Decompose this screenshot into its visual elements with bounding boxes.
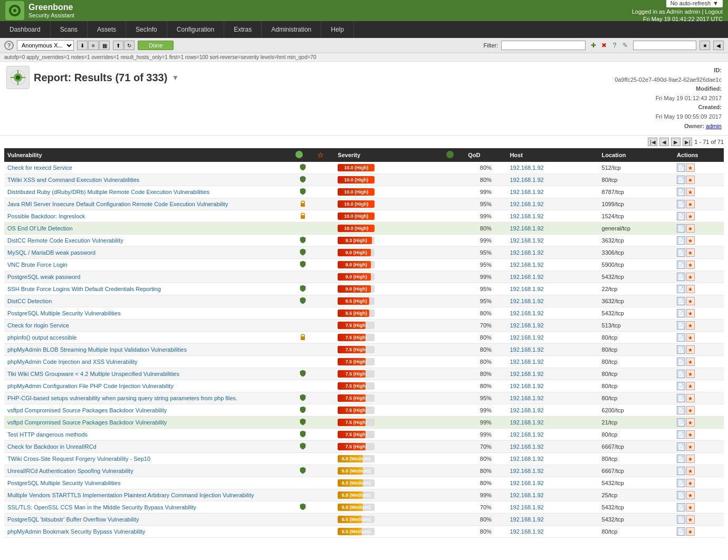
action-details-btn[interactable]: 📄 <box>677 224 685 233</box>
action-override-btn[interactable]: ★ <box>686 224 695 233</box>
action-override-btn[interactable]: ★ <box>686 491 695 499</box>
done-button[interactable]: Done <box>138 41 174 50</box>
nav-extras[interactable]: Extras <box>224 21 262 38</box>
star-icon[interactable]: ★ <box>700 41 710 50</box>
action-override-btn[interactable]: ★ <box>686 236 695 245</box>
host-link[interactable]: 192.168.1.92 <box>510 286 543 292</box>
vuln-link[interactable]: VNC Brute Force Login <box>7 262 68 268</box>
host-link[interactable]: 192.168.1.92 <box>510 213 543 219</box>
action-override-btn[interactable]: ★ <box>686 406 695 414</box>
refresh-selector[interactable]: No auto-refresh ▼ <box>666 0 723 7</box>
action-override-btn[interactable]: ★ <box>686 163 695 172</box>
filter-edit-icon[interactable]: ✎ <box>620 41 630 50</box>
action-override-btn[interactable]: ★ <box>686 333 695 342</box>
action-override-btn[interactable]: ★ <box>686 297 695 305</box>
vuln-link[interactable]: phpMyAdmin BLOB Streaming Multiple Input… <box>7 346 187 353</box>
first-page-btn[interactable]: |◀ <box>648 138 657 146</box>
action-details-btn[interactable]: 📄 <box>677 515 685 524</box>
action-override-btn[interactable]: ★ <box>686 442 695 451</box>
action-details-btn[interactable]: 📄 <box>677 188 685 196</box>
host-link[interactable]: 192.168.1.92 <box>510 443 543 450</box>
action-details-btn[interactable]: 📄 <box>677 200 685 208</box>
host-link[interactable]: 192.168.1.92 <box>510 504 543 510</box>
col-host[interactable]: Host <box>506 148 598 162</box>
action-override-btn[interactable]: ★ <box>686 309 695 317</box>
action-details-btn[interactable]: 📄 <box>677 455 685 463</box>
nav-administration[interactable]: Administration <box>262 21 321 38</box>
vuln-link[interactable]: Check for rexecd Service <box>7 165 72 171</box>
action-override-btn[interactable]: ★ <box>686 382 695 390</box>
filter-input[interactable] <box>501 41 586 50</box>
host-link[interactable]: 192.168.1.92 <box>510 262 543 268</box>
action-details-btn[interactable]: 📄 <box>677 418 685 427</box>
action-details-btn[interactable]: 📄 <box>677 479 685 487</box>
host-link[interactable]: 192.168.1.92 <box>510 407 543 413</box>
refresh-icon[interactable]: ↻ <box>124 41 135 50</box>
col-location[interactable]: Location <box>599 148 674 162</box>
action-details-btn[interactable]: 📄 <box>677 467 685 475</box>
vuln-link[interactable]: SSL/TLS: OpenSSL CCS Man in the Middle S… <box>7 504 196 510</box>
vuln-link[interactable]: phpMyAdmin Bookmark Security Bypass Vuln… <box>7 528 145 535</box>
vuln-link[interactable]: PostgreSQL 'bitsubstr' Buffer Overflow V… <box>7 516 139 523</box>
host-link[interactable]: 192.168.1.92 <box>510 492 543 498</box>
host-link[interactable]: 192.168.1.92 <box>510 516 543 523</box>
search-input[interactable] <box>633 41 696 50</box>
action-details-btn[interactable]: 📄 <box>677 260 685 269</box>
action-override-btn[interactable]: ★ <box>686 527 695 536</box>
action-override-btn[interactable]: ★ <box>686 260 695 269</box>
export-icon[interactable]: ⬇ <box>77 41 88 50</box>
host-link[interactable]: 192.168.1.92 <box>510 528 543 535</box>
action-details-btn[interactable]: 📄 <box>677 527 685 536</box>
user-select[interactable]: Anonymous X... <box>17 40 74 51</box>
host-link[interactable]: 192.168.1.92 <box>510 225 543 231</box>
chart-icon[interactable]: ▦ <box>99 41 110 50</box>
table-icon[interactable]: ≡ <box>88 41 99 50</box>
vuln-link[interactable]: phpMyAdmin Code Injection and XSS Vulner… <box>7 359 138 365</box>
help-icon[interactable]: ? <box>4 41 14 50</box>
action-details-btn[interactable]: 📄 <box>677 358 685 366</box>
action-details-btn[interactable]: 📄 <box>677 163 685 172</box>
action-override-btn[interactable]: ★ <box>686 479 695 487</box>
action-details-btn[interactable]: 📄 <box>677 176 685 184</box>
action-details-btn[interactable]: 📄 <box>677 430 685 439</box>
vuln-link[interactable]: Check for Backdoor in UnrealIRCd <box>7 443 97 450</box>
nav-configuration[interactable]: Configuration <box>167 21 224 38</box>
action-details-btn[interactable]: 📄 <box>677 394 685 402</box>
action-details-btn[interactable]: 📄 <box>677 273 685 281</box>
host-link[interactable]: 192.168.1.92 <box>510 395 543 401</box>
action-override-btn[interactable]: ★ <box>686 212 695 220</box>
action-override-btn[interactable]: ★ <box>686 503 695 511</box>
host-link[interactable]: 192.168.1.92 <box>510 274 543 280</box>
action-details-btn[interactable]: 📄 <box>677 345 685 354</box>
prev-page-icon[interactable]: ◀ <box>713 41 724 50</box>
host-link[interactable]: 192.168.1.92 <box>510 237 543 244</box>
host-link[interactable]: 192.168.1.92 <box>510 359 543 365</box>
logout-link[interactable]: Logout <box>705 8 723 15</box>
prev-page-btn[interactable]: ◀ <box>659 138 669 146</box>
action-details-btn[interactable]: 📄 <box>677 321 685 330</box>
action-override-btn[interactable]: ★ <box>686 321 695 330</box>
col-severity[interactable]: Severity <box>334 148 443 162</box>
action-override-btn[interactable]: ★ <box>686 273 695 281</box>
action-override-btn[interactable]: ★ <box>686 418 695 427</box>
host-link[interactable]: 192.168.1.92 <box>510 189 543 195</box>
action-details-btn[interactable]: 📄 <box>677 503 685 511</box>
host-link[interactable]: 192.168.1.92 <box>510 346 543 353</box>
action-override-btn[interactable]: ★ <box>686 358 695 366</box>
vuln-link[interactable]: PostgreSQL Multiple Security Vulnerabili… <box>7 480 120 486</box>
action-details-btn[interactable]: 📄 <box>677 285 685 293</box>
nav-help[interactable]: Help <box>321 21 354 38</box>
action-override-btn[interactable]: ★ <box>686 370 695 378</box>
host-link[interactable]: 192.168.1.92 <box>510 334 543 341</box>
filter-clear-icon[interactable]: ✖ <box>599 41 609 50</box>
vuln-link[interactable]: Distributed Ruby (dRuby/DRb) Multiple Re… <box>7 189 209 195</box>
host-link[interactable]: 192.168.1.92 <box>510 419 543 426</box>
action-override-btn[interactable]: ★ <box>686 394 695 402</box>
vuln-link[interactable]: Java RMI Server Insecure Default Configu… <box>7 201 228 207</box>
vuln-link[interactable]: Multiple Vendors STARTTLS Implementation… <box>7 492 254 498</box>
action-details-btn[interactable]: 📄 <box>677 248 685 257</box>
nav-scans[interactable]: Scans <box>51 21 88 38</box>
action-override-btn[interactable]: ★ <box>686 455 695 463</box>
nav-assets[interactable]: Assets <box>88 21 126 38</box>
host-link[interactable]: 192.168.1.92 <box>510 371 543 377</box>
